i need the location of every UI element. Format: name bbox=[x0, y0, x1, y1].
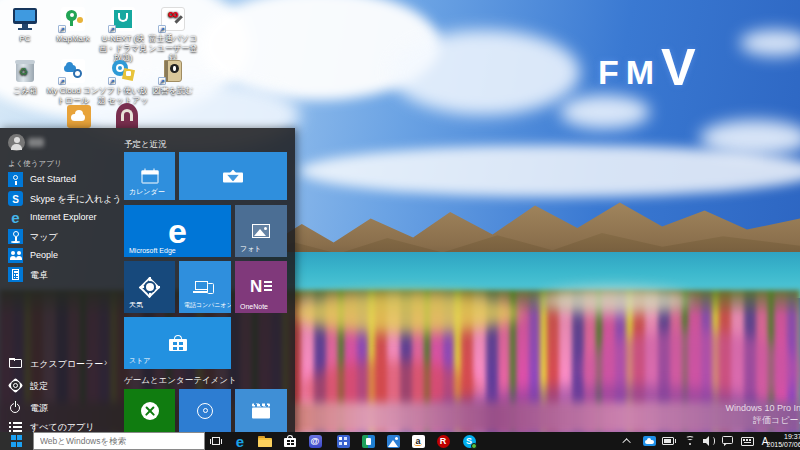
tray-touch-keyboard[interactable] bbox=[738, 432, 756, 450]
taskbar-rakuten[interactable]: R bbox=[433, 432, 453, 450]
shortcut-arrow-icon: ↗ bbox=[158, 77, 166, 85]
task-view-button[interactable] bbox=[206, 432, 226, 450]
desktop-icon-unext[interactable]: ↗ U-NEXT (映画・ドラマ見放題) bbox=[95, 6, 151, 63]
task-view-icon bbox=[210, 436, 222, 446]
chevron-right-icon[interactable]: › bbox=[104, 357, 107, 368]
cloud-band bbox=[300, 145, 800, 197]
menu-item-get-started[interactable]: Get Started bbox=[0, 170, 118, 189]
app-split-icon bbox=[362, 435, 375, 448]
desktop-icon-mapmark[interactable]: ↗ MapMark bbox=[45, 6, 101, 44]
tray-clock[interactable]: 19:37 2015/07/06 bbox=[770, 432, 798, 450]
maps-icon bbox=[8, 229, 23, 244]
menu-item-settings[interactable]: 設定 bbox=[0, 376, 118, 395]
watermark-line1: Windows 10 Pro Insider Preview bbox=[585, 402, 800, 414]
menu-item-file-explorer[interactable]: エクスプローラー › bbox=[0, 354, 118, 373]
edge-logo: e bbox=[168, 214, 187, 248]
app-photo-icon bbox=[387, 435, 400, 448]
user-avatar[interactable] bbox=[8, 134, 25, 151]
tile-photos[interactable]: フォト bbox=[235, 205, 287, 257]
tray-battery[interactable] bbox=[660, 432, 678, 450]
tile-movies-tv[interactable] bbox=[235, 389, 287, 432]
calendar-icon bbox=[141, 169, 158, 184]
menu-item-power[interactable]: 電源 bbox=[0, 398, 118, 417]
taskbar-file-explorer[interactable] bbox=[255, 432, 275, 450]
cloud-tray-icon bbox=[643, 436, 656, 446]
desktop-icon-fujitsu-registration[interactable]: ∞ ↗ 富士通パソコンユーザー登録 bbox=[145, 6, 201, 63]
shortcut-arrow-icon: ↗ bbox=[58, 25, 66, 33]
file-explorer-icon bbox=[258, 436, 272, 447]
taskbar-search-input[interactable] bbox=[33, 432, 205, 450]
watermark-line2: 評価コピー。Build 10162 bbox=[585, 414, 800, 426]
pc-icon bbox=[12, 6, 38, 32]
action-center-icon bbox=[722, 436, 734, 446]
battery-icon bbox=[662, 437, 676, 445]
user-name-blurred bbox=[28, 138, 44, 147]
movies-tv-clapper-icon bbox=[252, 403, 270, 418]
desktop-icon-partial-cloud[interactable] bbox=[67, 105, 91, 128]
desktop-icon-partial-round[interactable] bbox=[116, 103, 138, 128]
fmv-logo: FM V bbox=[598, 46, 696, 89]
desktop-icon-label: My Cloud コントロール bbox=[45, 86, 101, 105]
file-explorer-outline-icon bbox=[8, 356, 23, 371]
cloud bbox=[560, 95, 650, 129]
taskbar-edge[interactable]: e bbox=[230, 432, 250, 450]
tile-onenote[interactable]: N OneNote bbox=[235, 261, 287, 313]
start-button[interactable] bbox=[0, 432, 33, 450]
tile-xbox[interactable] bbox=[124, 389, 175, 432]
weather-sun-icon bbox=[140, 277, 160, 297]
wifi-icon bbox=[683, 436, 697, 446]
photos-icon bbox=[252, 224, 270, 238]
groove-music-icon bbox=[197, 403, 213, 419]
insider-watermark: Windows 10 Pro Insider Preview 評価コピー。Bui… bbox=[585, 402, 800, 426]
tray-show-hidden-icons[interactable] bbox=[620, 432, 636, 450]
desktop-icon-label: MapMark bbox=[45, 34, 101, 44]
frequent-apps-header: よく使うアプリ bbox=[8, 159, 62, 169]
tile-calendar[interactable]: カレンダー bbox=[124, 152, 175, 200]
taskbar-store[interactable] bbox=[280, 432, 300, 450]
power-icon bbox=[8, 400, 23, 415]
taskbar-amazon[interactable]: a bbox=[408, 432, 428, 450]
fmv-logo-v: V bbox=[661, 46, 696, 89]
taskbar-at-menu[interactable]: @ bbox=[305, 432, 325, 450]
tray-action-center[interactable] bbox=[719, 432, 737, 450]
menu-item-maps[interactable]: マップ bbox=[0, 227, 118, 246]
flower-patch-yellow bbox=[290, 293, 520, 333]
fmv-logo-fm: FM bbox=[598, 55, 661, 89]
clock-date: 2015/07/06 bbox=[766, 441, 800, 449]
desktop-icon-read-books[interactable]: ↗ 図書を読む bbox=[145, 58, 201, 96]
mycloud-control-icon: ↗ bbox=[60, 58, 86, 84]
taskbar-app-grid[interactable] bbox=[333, 432, 353, 450]
tile-groove-music[interactable] bbox=[179, 389, 231, 432]
tray-volume[interactable] bbox=[700, 432, 718, 450]
skype-icon: S bbox=[8, 191, 23, 206]
tile-weather[interactable]: 天気 bbox=[124, 261, 175, 313]
menu-item-people[interactable]: People bbox=[0, 246, 118, 265]
shortcut-arrow-icon: ↗ bbox=[108, 77, 116, 85]
taskbar-app-photo[interactable] bbox=[383, 432, 403, 450]
menu-item-internet-explorer[interactable]: e Internet Explorer bbox=[0, 208, 118, 227]
calculator-icon bbox=[8, 267, 23, 282]
settings-gear-icon bbox=[8, 378, 23, 393]
desktop-icon-label: 図書を読む bbox=[145, 86, 201, 96]
chevron-up-icon bbox=[622, 438, 630, 446]
get-started-icon bbox=[8, 172, 23, 187]
tile-phone-companion[interactable]: 電話コンパニオン bbox=[179, 261, 231, 313]
desktop-icon-mycloud-control[interactable]: ↗ My Cloud コントロール bbox=[45, 58, 101, 105]
tray-cloud-app[interactable] bbox=[640, 432, 658, 450]
tray-wifi[interactable] bbox=[681, 432, 699, 450]
flower-patch-white bbox=[540, 288, 690, 314]
start-menu: よく使うアプリ Get Started S Skype を手に入れよう e In… bbox=[0, 128, 295, 432]
unext-icon: ↗ bbox=[110, 6, 136, 32]
menu-item-calculator[interactable]: 電卓 bbox=[0, 265, 118, 284]
cloud bbox=[740, 30, 800, 56]
rakuten-icon: R bbox=[437, 435, 450, 448]
tile-store[interactable]: ストア bbox=[124, 317, 231, 369]
menu-item-skype[interactable]: S Skype を手に入れよう bbox=[0, 189, 118, 208]
taskbar-skype[interactable]: S bbox=[458, 432, 480, 450]
tile-mail[interactable] bbox=[179, 152, 287, 200]
at-menu-icon: @ bbox=[309, 435, 322, 448]
xbox-icon bbox=[141, 402, 159, 420]
taskbar-app-split[interactable] bbox=[358, 432, 378, 450]
tile-microsoft-edge[interactable]: e Microsoft Edge bbox=[124, 205, 231, 257]
onenote-icon: N bbox=[250, 278, 272, 296]
